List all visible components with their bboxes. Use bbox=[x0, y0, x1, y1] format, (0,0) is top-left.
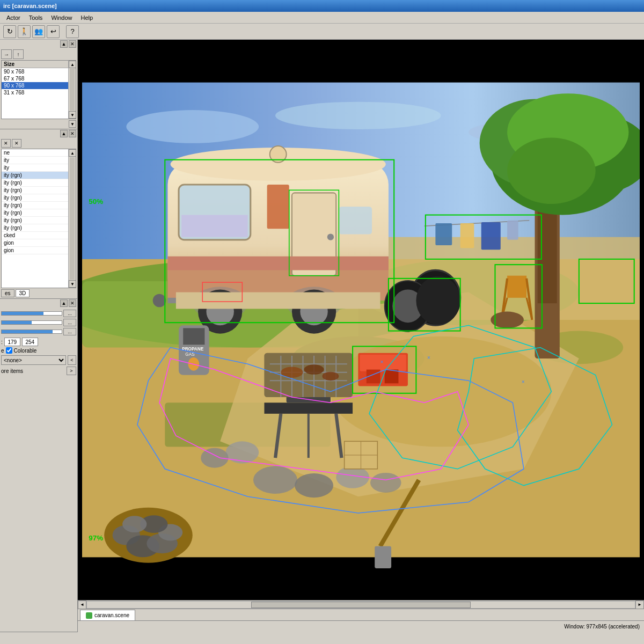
menu-actor[interactable]: Actor bbox=[2, 13, 25, 22]
slider-3-dots-btn[interactable]: ... bbox=[63, 328, 76, 335]
color-panel-header: ▲ ✕ bbox=[0, 299, 77, 308]
size-tool-up-btn[interactable]: ↑ bbox=[13, 49, 24, 59]
color-panel-collapse-btn[interactable]: ▲ bbox=[60, 299, 68, 307]
props-scroll-thumb bbox=[70, 157, 75, 280]
color-y-input[interactable] bbox=[22, 338, 38, 346]
props-scrollbar: ▲ ▼ bbox=[68, 149, 76, 288]
scroll-thumb bbox=[70, 69, 75, 111]
svg-rect-56 bbox=[481, 222, 501, 250]
hscroll-left-btn[interactable]: ◄ bbox=[78, 601, 86, 609]
slider-3-track[interactable] bbox=[1, 330, 62, 334]
hscroll-track[interactable] bbox=[86, 601, 635, 609]
svg-point-31 bbox=[153, 294, 166, 308]
props-row-ity2[interactable]: ity bbox=[2, 164, 76, 172]
status-bar: Window: 977x845 (accelerated) bbox=[78, 620, 644, 632]
more-items-btn[interactable]: > bbox=[67, 367, 76, 375]
size-list-item[interactable]: 31 x 768 bbox=[2, 89, 76, 96]
props-row-gion1[interactable]: gion bbox=[2, 239, 76, 247]
slider-2-dots-btn[interactable]: ... bbox=[63, 319, 76, 326]
props-tabs: es 3D bbox=[1, 289, 76, 297]
svg-rect-41 bbox=[167, 257, 388, 270]
props-row-ity-rgn6[interactable]: ity (rgn) bbox=[2, 209, 76, 217]
props-row-ity-rgn3[interactable]: ity (rgn) bbox=[2, 187, 76, 194]
color-x-input[interactable] bbox=[4, 338, 20, 346]
props-panel-content: ✕ ✕ ne ity ity ity (rgn) ity (rgn) ity (… bbox=[0, 138, 77, 298]
size-panel-header: ▲ ✕ bbox=[0, 40, 77, 48]
props-row-ity1[interactable]: ity bbox=[2, 157, 76, 164]
main-toolbar: ↻ 🚶 👥 ↩ ? bbox=[0, 24, 644, 40]
color-panel-content: ... ... ... : bbox=[0, 308, 77, 377]
props-tab-3d[interactable]: 3D bbox=[16, 289, 30, 297]
scene-viewport[interactable]: PROPANE GAS bbox=[78, 40, 644, 600]
menu-help[interactable]: Help bbox=[77, 13, 98, 22]
slider-1-fill bbox=[2, 312, 43, 315]
svg-point-84 bbox=[370, 473, 401, 493]
title-text: irc [caravan.scene] bbox=[3, 3, 57, 9]
svg-rect-99 bbox=[507, 276, 526, 298]
props-panel-collapse-btn[interactable]: ▲ bbox=[60, 130, 68, 137]
svg-rect-54 bbox=[435, 223, 452, 245]
props-tool-x2-btn[interactable]: ✕ bbox=[12, 139, 21, 148]
more-items-label: ore items bbox=[1, 368, 65, 374]
size-list-item[interactable]: 67 x 768 bbox=[2, 75, 76, 82]
props-row-ity-rgn8[interactable]: ity (rgn) bbox=[2, 224, 76, 232]
svg-rect-80 bbox=[385, 370, 399, 384]
color-panel-close-btn[interactable]: ✕ bbox=[69, 299, 76, 307]
tab-caravan-scene[interactable]: caravan.scene bbox=[80, 610, 135, 620]
svg-text:×: × bbox=[380, 359, 384, 365]
svg-rect-61 bbox=[264, 353, 353, 397]
slider-row-1: ... bbox=[1, 310, 76, 317]
dropdown-row: <none> < bbox=[1, 355, 76, 365]
svg-text:50%: 50% bbox=[89, 197, 103, 206]
props-row-ity-rgn5[interactable]: ity (rgn) bbox=[2, 202, 76, 209]
hscroll-thumb bbox=[251, 602, 470, 608]
slider-row-3: ... bbox=[1, 328, 76, 335]
size-toolbar: → ↑ bbox=[1, 49, 76, 59]
size-scrollbar: ▲ ▼ bbox=[68, 61, 76, 119]
scroll-up-btn[interactable]: ▲ bbox=[69, 61, 76, 68]
props-tab-es[interactable]: es bbox=[1, 289, 14, 297]
dropdown-arrow-btn[interactable]: < bbox=[68, 355, 76, 365]
tab-scene-label: caravan.scene bbox=[94, 612, 129, 618]
colorable-label: Colorable bbox=[14, 348, 37, 354]
props-row-ity-rgn7[interactable]: ity (rgn) bbox=[2, 217, 76, 224]
props-scroll-up-btn[interactable]: ▲ bbox=[69, 149, 76, 157]
props-row-ne[interactable]: ne bbox=[2, 149, 76, 157]
scene-canvas: PROPANE GAS bbox=[82, 44, 640, 596]
props-row-ity-rgn2[interactable]: ity (rgn) bbox=[2, 179, 76, 187]
props-row-cked[interactable]: cked bbox=[2, 232, 76, 239]
props-scroll-down-btn[interactable]: ▼ bbox=[69, 280, 76, 288]
size-tool-arrow-btn[interactable]: → bbox=[1, 49, 12, 59]
props-row-gion2[interactable]: gion bbox=[2, 247, 76, 254]
menu-tools[interactable]: Tools bbox=[25, 13, 47, 22]
canvas-hscroll: ◄ ► bbox=[78, 600, 644, 609]
help-button[interactable]: ? bbox=[66, 25, 79, 38]
svg-rect-55 bbox=[460, 223, 474, 248]
slider-1-track[interactable] bbox=[1, 311, 62, 316]
slider-1-dots-btn[interactable]: ... bbox=[63, 310, 76, 317]
hscroll-right-btn[interactable]: ► bbox=[635, 601, 644, 609]
svg-point-75 bbox=[304, 364, 324, 375]
props-list: ne ity ity ity (rgn) ity (rgn) ity (rgn)… bbox=[1, 149, 76, 288]
actor-button[interactable]: 🚶 bbox=[18, 25, 31, 38]
size-panel-close-btn[interactable]: ✕ bbox=[69, 40, 76, 48]
scroll-down-btn[interactable]: ▼ bbox=[69, 111, 76, 119]
none-dropdown[interactable]: <none> bbox=[1, 355, 66, 365]
size-panel-section: ▲ ✕ → ↑ Size 90 x 768 67 x 768 90 x 768 … bbox=[0, 40, 77, 129]
props-tool-x1-btn[interactable]: ✕ bbox=[1, 139, 11, 148]
menu-window[interactable]: Window bbox=[47, 13, 76, 22]
props-row-ity-rgn1[interactable]: ity (rgn) bbox=[2, 172, 76, 179]
props-row-ity-rgn4[interactable]: ity (rgn) bbox=[2, 194, 76, 202]
undo-button[interactable]: ↩ bbox=[47, 25, 60, 38]
slider-2-track[interactable] bbox=[1, 320, 62, 325]
colorable-checkbox[interactable] bbox=[6, 347, 12, 354]
size-list-item[interactable]: 90 x 768 bbox=[2, 82, 76, 89]
group-button[interactable]: 👥 bbox=[32, 25, 45, 38]
size-panel-collapse-btn[interactable]: ▲ bbox=[60, 40, 68, 48]
size-panel-down-btn[interactable]: ▼ bbox=[69, 120, 76, 128]
size-list-container: Size 90 x 768 67 x 768 90 x 768 31 x 768… bbox=[1, 60, 76, 119]
props-panel-close-btn[interactable]: ✕ bbox=[69, 130, 76, 137]
status-text: Window: 977x845 (accelerated) bbox=[564, 624, 640, 630]
refresh-button[interactable]: ↻ bbox=[3, 25, 16, 38]
size-list-item[interactable]: 90 x 768 bbox=[2, 68, 76, 75]
